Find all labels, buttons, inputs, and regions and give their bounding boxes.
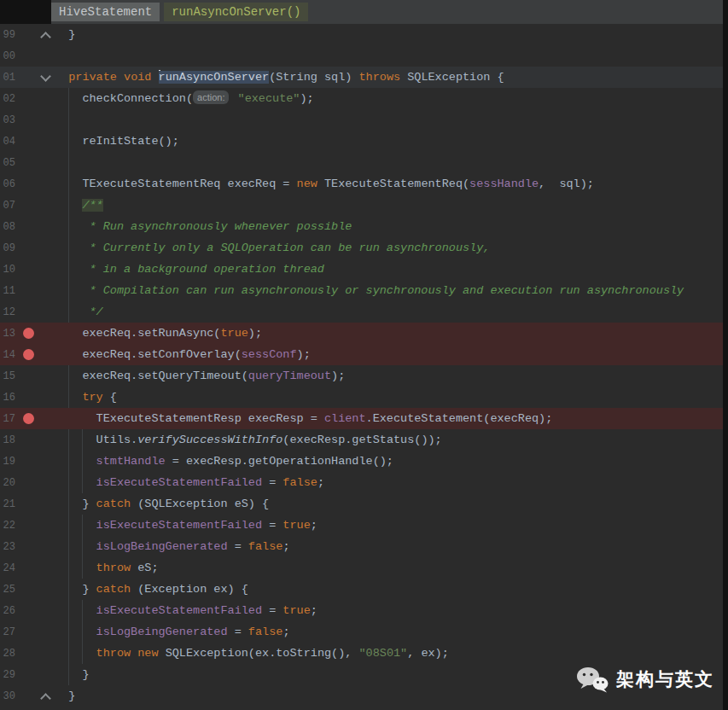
gutter[interactable] <box>15 451 55 472</box>
code-text[interactable]: throw new SQLException(ex.toString(), "0… <box>55 643 728 664</box>
code-line[interactable]: 99 } <box>0 24 728 45</box>
line-number[interactable]: 04 <box>0 136 15 148</box>
code-line[interactable]: 01 private void runAsyncOnServer(String … <box>0 67 728 88</box>
code-text[interactable]: try { <box>55 387 728 408</box>
breakpoint-icon[interactable] <box>23 328 34 339</box>
code-text[interactable]: throw eS; <box>55 557 728 579</box>
gutter[interactable] <box>15 301 55 323</box>
code-line[interactable]: 08 * Run asynchronously whenever possibl… <box>0 216 728 237</box>
line-number[interactable]: 10 <box>0 264 15 276</box>
code-text[interactable]: } <box>55 24 728 45</box>
gutter[interactable] <box>15 579 55 600</box>
code-line[interactable]: 13 execReq.setRunAsync(true); <box>0 323 728 344</box>
line-number[interactable]: 11 <box>0 285 15 297</box>
gutter[interactable] <box>15 408 55 429</box>
gutter[interactable] <box>15 24 55 45</box>
gutter[interactable] <box>15 109 55 131</box>
code-text[interactable]: execReq.setRunAsync(true); <box>55 323 728 344</box>
code-line[interactable]: 15 execReq.setQueryTimeout(queryTimeout)… <box>0 365 728 387</box>
gutter[interactable] <box>15 429 55 451</box>
line-number[interactable]: 06 <box>0 178 15 190</box>
line-number[interactable]: 30 <box>0 690 15 702</box>
code-text[interactable]: isLogBeingGenerated = false; <box>55 536 728 557</box>
gutter[interactable] <box>15 344 55 365</box>
line-number[interactable]: 25 <box>0 584 15 596</box>
code-text[interactable]: isExecuteStatementFailed = false; <box>55 472 728 493</box>
gutter[interactable] <box>15 557 55 579</box>
code-text[interactable]: isExecuteStatementFailed = true; <box>55 600 728 621</box>
line-number[interactable]: 08 <box>0 221 15 233</box>
line-number[interactable]: 26 <box>0 605 15 617</box>
breakpoint-icon[interactable] <box>23 413 34 424</box>
code-line[interactable]: 18 Utils.verifySuccessWithInfo(execResp.… <box>0 429 728 451</box>
code-line[interactable]: 23 isLogBeingGenerated = false; <box>0 536 728 557</box>
code-text[interactable]: checkConnection(action: "execute"); <box>55 88 728 109</box>
line-number[interactable]: 29 <box>0 669 15 681</box>
code-line[interactable]: 27 isLogBeingGenerated = false; <box>0 621 728 643</box>
line-number[interactable]: 20 <box>0 477 15 489</box>
code-line[interactable]: 02 checkConnection(action: "execute"); <box>0 88 728 109</box>
gutter[interactable] <box>15 173 55 195</box>
code-text[interactable]: execReq.setQueryTimeout(queryTimeout); <box>55 365 728 387</box>
line-number[interactable]: 28 <box>0 648 15 660</box>
gutter[interactable] <box>15 365 55 387</box>
fold-up-icon[interactable] <box>40 693 51 704</box>
code-text[interactable]: private void runAsyncOnServer(String sql… <box>55 67 728 88</box>
line-number[interactable]: 24 <box>0 562 15 574</box>
tab-runasynconserver[interactable]: runAsyncOnServer() <box>164 3 308 21</box>
code-editor[interactable]: 99 }0001 private void runAsyncOnServer(S… <box>0 24 728 710</box>
gutter[interactable] <box>15 131 55 152</box>
gutter[interactable] <box>15 387 55 408</box>
code-line[interactable]: 24 throw eS; <box>0 557 728 579</box>
line-number[interactable]: 21 <box>0 498 15 510</box>
gutter[interactable] <box>15 45 55 67</box>
code-text[interactable]: TExecuteStatementResp execResp = client.… <box>55 408 728 429</box>
code-text[interactable]: * Run asynchronously whenever possible <box>55 216 728 237</box>
code-line[interactable]: 05 <box>0 152 728 173</box>
gutter[interactable] <box>15 152 55 173</box>
gutter[interactable] <box>15 536 55 557</box>
code-line[interactable]: 03 <box>0 109 728 131</box>
code-line[interactable]: 07 /** <box>0 195 728 216</box>
code-text[interactable]: execReq.setConfOverlay(sessConf); <box>55 344 728 365</box>
line-number[interactable]: 15 <box>0 370 15 382</box>
line-number[interactable]: 17 <box>0 413 15 425</box>
line-number[interactable]: 12 <box>0 306 15 318</box>
code-line[interactable]: 09 * Currently only a SQLOperation can b… <box>0 237 728 259</box>
code-line[interactable]: 20 isExecuteStatementFailed = false; <box>0 472 728 493</box>
line-number[interactable]: 13 <box>0 328 15 340</box>
gutter[interactable] <box>15 323 55 344</box>
code-line[interactable]: 16 try { <box>0 387 728 408</box>
code-line[interactable]: 12 */ <box>0 301 728 323</box>
gutter[interactable] <box>15 216 55 237</box>
line-number[interactable]: 01 <box>0 72 15 84</box>
code-line[interactable]: 11 * Compilation can run asynchronously … <box>0 280 728 301</box>
gutter[interactable] <box>15 600 55 621</box>
line-number[interactable]: 09 <box>0 242 15 254</box>
gutter[interactable] <box>15 88 55 109</box>
code-text[interactable]: reInitState(); <box>55 131 728 152</box>
gutter[interactable] <box>15 67 55 88</box>
gutter[interactable] <box>15 280 55 301</box>
fold-down-icon[interactable] <box>40 71 51 82</box>
code-text[interactable]: /** <box>55 195 728 216</box>
code-text[interactable]: isLogBeingGenerated = false; <box>55 621 728 643</box>
code-text[interactable]: } catch (SQLException eS) { <box>55 493 728 515</box>
code-line[interactable]: 26 isExecuteStatementFailed = true; <box>0 600 728 621</box>
code-line[interactable]: 28 throw new SQLException(ex.toString(),… <box>0 643 728 664</box>
gutter[interactable] <box>15 515 55 536</box>
gutter[interactable] <box>15 664 55 685</box>
line-number[interactable]: 00 <box>0 50 15 62</box>
breakpoint-icon[interactable] <box>23 349 34 360</box>
code-line[interactable]: 14 execReq.setConfOverlay(sessConf); <box>0 344 728 365</box>
code-line[interactable]: 10 * in a background operation thread <box>0 259 728 280</box>
code-line[interactable]: 00 <box>0 45 728 67</box>
line-number[interactable]: 18 <box>0 434 15 446</box>
code-line[interactable]: 22 isExecuteStatementFailed = true; <box>0 515 728 536</box>
code-text[interactable]: } catch (Exception ex) { <box>55 579 728 600</box>
gutter[interactable] <box>15 685 55 707</box>
gutter[interactable] <box>15 237 55 259</box>
code-line[interactable]: 21 } catch (SQLException eS) { <box>0 493 728 515</box>
line-number[interactable]: 03 <box>0 114 15 126</box>
gutter[interactable] <box>15 259 55 280</box>
